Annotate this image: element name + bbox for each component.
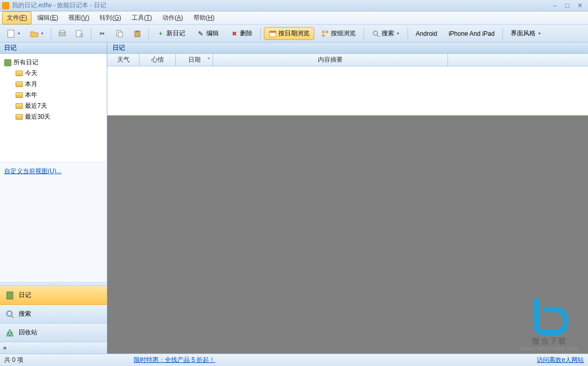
- search-icon: [5, 309, 15, 319]
- new-button[interactable]: ▼: [3, 27, 24, 40]
- edit-button[interactable]: ✎编辑: [192, 27, 223, 40]
- svg-rect-12: [326, 31, 328, 33]
- app-icon: [2, 2, 9, 9]
- print-icon: [58, 30, 66, 38]
- svg-rect-8: [136, 31, 139, 32]
- splitter-handle[interactable]: ·····: [0, 282, 107, 286]
- paste-icon: [133, 30, 142, 38]
- list-area[interactable]: [107, 66, 588, 116]
- sort-desc-icon: ▼: [207, 57, 211, 60]
- tree-item-today[interactable]: 今天: [2, 68, 105, 79]
- search-icon: [372, 30, 380, 38]
- svg-rect-0: [8, 30, 14, 37]
- customize-view-link[interactable]: 自定义当前视图(U)...: [0, 162, 107, 180]
- menu-goto[interactable]: 转到(G): [95, 11, 125, 24]
- cut-icon: ✂: [98, 30, 106, 38]
- col-date[interactable]: 日期▼: [176, 54, 213, 66]
- delete-button[interactable]: ✖删除: [226, 27, 257, 40]
- book-icon: [4, 59, 11, 66]
- status-item-count: 共 0 项: [4, 356, 134, 364]
- folder-icon: [16, 103, 23, 109]
- svg-rect-13: [322, 34, 325, 37]
- maximize-button[interactable]: □: [561, 2, 573, 9]
- window-title: 我的日记.edfw - 效能日记本 - 日记: [12, 1, 549, 10]
- new-doc-icon: [7, 30, 15, 38]
- diary-icon: [5, 291, 15, 300]
- svg-rect-16: [7, 292, 13, 299]
- pencil-icon: ✎: [197, 30, 205, 38]
- iphone-button[interactable]: iPhone And iPad: [444, 28, 499, 39]
- open-button[interactable]: ▼: [26, 27, 48, 40]
- nav-recycle[interactable]: 回收站: [0, 323, 107, 342]
- menu-help[interactable]: 帮助(H): [189, 11, 219, 24]
- table-header: 天气 心情 日期▼ 内容摘要: [107, 54, 588, 66]
- col-mood[interactable]: 心情: [139, 54, 176, 66]
- svg-rect-2: [60, 31, 64, 33]
- main-area: 日记 所有日记 今天 本月 本年 最近7天 最近30天 自定义当前视图(U)..…: [0, 43, 588, 354]
- folder-icon: [16, 81, 23, 87]
- cut-button[interactable]: ✂: [94, 27, 110, 40]
- col-summary[interactable]: 内容摘要: [213, 54, 448, 66]
- menu-file[interactable]: 文件(F): [2, 11, 32, 24]
- group-icon: [321, 30, 329, 38]
- open-folder-icon: [30, 30, 38, 38]
- svg-line-18: [11, 316, 13, 318]
- browse-by-group-button[interactable]: 按组浏览: [316, 27, 360, 40]
- nav-search[interactable]: 搜索: [0, 305, 107, 323]
- menu-view[interactable]: 视图(V): [64, 11, 94, 24]
- sidebar: 日记 所有日记 今天 本月 本年 最近7天 最近30天 自定义当前视图(U)..…: [0, 43, 107, 354]
- svg-line-15: [377, 35, 379, 37]
- menu-action[interactable]: 动作(A): [158, 11, 188, 24]
- print-preview-icon: [76, 30, 84, 38]
- print-preview-button[interactable]: [72, 27, 88, 40]
- preview-pane: [107, 116, 588, 354]
- folder-icon: [16, 114, 23, 120]
- chevron-icon: »: [3, 344, 7, 351]
- copy-icon: [116, 30, 124, 38]
- toolbar: ▼ ▼ ✂ +新日记 ✎编辑 ✖删除 按日期浏览 按组浏览 搜索▼ Androi…: [0, 25, 588, 43]
- status-promo-link[interactable]: 限时特惠：全线产品 5 折起！: [134, 356, 537, 364]
- folder-icon: [16, 71, 23, 76]
- new-diary-button[interactable]: +新日记: [152, 27, 190, 40]
- tree-item-30days[interactable]: 最近30天: [2, 111, 105, 122]
- status-visit-link[interactable]: 访问高效e人网站: [537, 356, 584, 364]
- title-bar: 我的日记.edfw - 效能日记本 - 日记 – □ ✕: [0, 0, 588, 11]
- tree-item-year[interactable]: 本年: [2, 90, 105, 101]
- close-button[interactable]: ✕: [573, 2, 586, 9]
- menu-edit[interactable]: 编辑(E): [33, 11, 63, 24]
- print-button[interactable]: [54, 27, 70, 40]
- content-header: 日记: [107, 43, 588, 54]
- android-button[interactable]: Android: [411, 28, 442, 39]
- nav-collapse[interactable]: »: [0, 342, 107, 354]
- calendar-icon: [269, 30, 277, 38]
- sidebar-header: 日记: [0, 43, 107, 54]
- skin-button[interactable]: 界面风格▼: [506, 27, 546, 40]
- svg-point-14: [373, 31, 377, 35]
- col-weather[interactable]: 天气: [107, 54, 139, 66]
- plus-icon: +: [157, 30, 165, 38]
- nav-diary[interactable]: 日记: [0, 286, 107, 305]
- svg-rect-11: [322, 31, 325, 33]
- tree-view[interactable]: 所有日记 今天 本月 本年 最近7天 最近30天: [0, 54, 107, 162]
- tree-item-7days[interactable]: 最近7天: [2, 101, 105, 111]
- search-button[interactable]: 搜索▼: [367, 27, 404, 40]
- content-area: 日记 天气 心情 日期▼ 内容摘要: [107, 43, 588, 354]
- tree-item-month[interactable]: 本月: [2, 79, 105, 90]
- svg-rect-6: [118, 32, 122, 37]
- delete-icon: ✖: [230, 30, 239, 38]
- svg-point-17: [7, 311, 12, 316]
- browse-by-date-button[interactable]: 按日期浏览: [264, 27, 314, 40]
- menu-bar: 文件(F) 编辑(E) 视图(V) 转到(G) 工具(T) 动作(A) 帮助(H…: [0, 11, 588, 25]
- menu-tools[interactable]: 工具(T): [127, 11, 157, 24]
- tree-root-all[interactable]: 所有日记: [2, 57, 105, 68]
- copy-button[interactable]: [112, 27, 128, 40]
- recycle-icon: [5, 328, 15, 337]
- folder-icon: [16, 92, 23, 98]
- svg-rect-10: [270, 31, 276, 33]
- status-bar: 共 0 项 限时特惠：全线产品 5 折起！ 访问高效e人网站: [0, 354, 588, 366]
- minimize-button[interactable]: –: [549, 2, 561, 9]
- paste-button[interactable]: [130, 27, 145, 40]
